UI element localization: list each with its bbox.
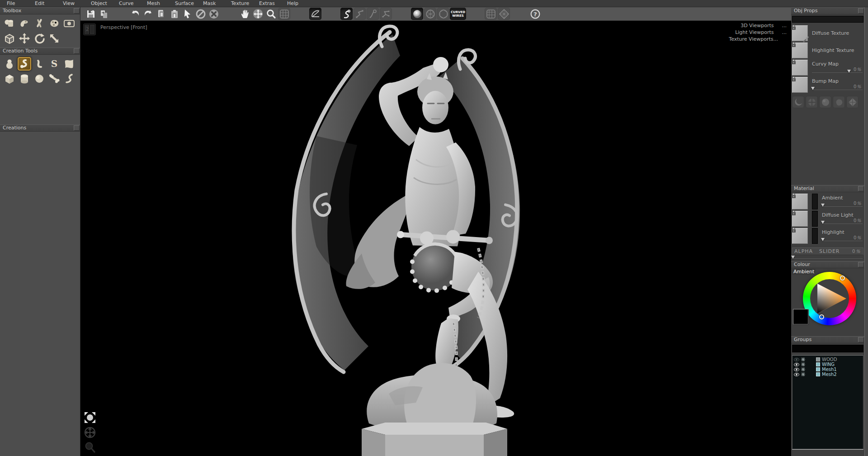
curve-tool-icon[interactable]	[18, 57, 31, 71]
help-button[interactable]: ?	[529, 8, 541, 20]
cylinder-tool-icon[interactable]	[18, 72, 31, 86]
slider-groove[interactable]	[822, 223, 863, 224]
visibility-eye-icon[interactable]	[794, 358, 799, 361]
menu-item[interactable]: Texture	[224, 0, 252, 7]
toolbox-collapse-button[interactable]	[74, 8, 80, 14]
object-name-field[interactable]	[792, 16, 863, 23]
slider-thumb[interactable]	[821, 221, 825, 224]
visibility-eye-icon[interactable]	[794, 363, 799, 366]
colour-collapse-button[interactable]	[858, 262, 864, 267]
redo-button[interactable]	[142, 8, 154, 20]
sphere-map-icon[interactable]	[819, 96, 831, 108]
paste-object-button[interactable]	[168, 8, 180, 20]
material-slider[interactable]: 0%	[822, 218, 863, 225]
pan-hand-button[interactable]	[239, 8, 251, 20]
modify-tools-icon[interactable]	[33, 17, 46, 30]
visibility-eye-icon[interactable]	[794, 368, 799, 371]
slider-groove[interactable]	[792, 258, 863, 259]
groups-collapse-button[interactable]	[858, 337, 864, 342]
fit-view-icon[interactable]	[84, 412, 96, 423]
sphere-tool-icon[interactable]	[33, 72, 46, 86]
rope-tool-icon[interactable]	[62, 72, 76, 86]
zoom-view-icon[interactable]	[84, 442, 96, 453]
freeze-star-icon[interactable]	[801, 362, 805, 366]
menu-item[interactable]: Edit	[28, 0, 56, 7]
hue-wheel[interactable]	[803, 272, 856, 325]
primitives-tool-icon[interactable]	[3, 17, 16, 30]
protractor-button[interactable]	[309, 8, 321, 20]
material-colour-swatch[interactable]	[812, 194, 818, 209]
picked-colour-swatch[interactable]	[793, 309, 808, 324]
texture-thumbnail[interactable]	[792, 60, 808, 76]
menu-item[interactable]: View	[56, 0, 84, 7]
group-row[interactable]: WOOD	[793, 357, 863, 362]
draw-curve-button[interactable]	[340, 8, 353, 20]
cube-tool-icon[interactable]	[3, 72, 16, 86]
material-collapse-button[interactable]	[858, 186, 864, 191]
curve-points-button[interactable]	[380, 8, 392, 20]
scale-tool-icon[interactable]	[47, 32, 61, 45]
group-row[interactable]: Mesh1	[793, 367, 863, 372]
material-slider[interactable]: 0%	[822, 201, 863, 208]
paint-palette-icon[interactable]	[47, 17, 61, 30]
render-view-icon[interactable]	[62, 17, 76, 30]
select-arrow-button[interactable]	[181, 8, 193, 20]
curved-wires-toggle[interactable]: CURVED WIRES	[450, 8, 466, 20]
snap-grid-button[interactable]	[278, 8, 290, 20]
right-panel-scrollbar[interactable]	[864, 7, 868, 456]
sheet-tool-icon[interactable]	[62, 57, 76, 71]
texture-slider[interactable]: 0%	[812, 67, 863, 74]
viewport-menu-item[interactable]: 3D Viewports ...	[741, 23, 787, 28]
wire-cube-tool-icon[interactable]	[3, 32, 16, 45]
material-thumbnail[interactable]	[792, 211, 808, 227]
sv-marker[interactable]	[819, 314, 824, 319]
group-colour-swatch[interactable]	[816, 362, 820, 366]
slider-groove[interactable]	[822, 240, 863, 241]
crescent-map-icon[interactable]	[792, 96, 804, 108]
rotate-tool-icon[interactable]	[33, 32, 46, 45]
zoom-magnifier-button[interactable]	[265, 8, 277, 20]
material-thumbnail[interactable]	[792, 194, 808, 209]
edit-curve-button[interactable]	[354, 8, 366, 20]
slider-groove[interactable]	[812, 72, 863, 73]
material-colour-swatch[interactable]	[812, 228, 818, 244]
freeze-star-icon[interactable]	[801, 357, 805, 361]
delete-button[interactable]	[208, 8, 220, 20]
groups-list[interactable]: WOOD WIN	[792, 355, 863, 449]
group-row[interactable]: Mesh2	[793, 372, 863, 377]
texture-thumbnail[interactable]	[792, 77, 808, 93]
attach-curve-button[interactable]	[367, 8, 379, 20]
slider-thumb[interactable]	[821, 238, 825, 241]
slider-thumb[interactable]	[791, 256, 795, 259]
material-slider[interactable]: 0%	[822, 236, 863, 242]
creations-collapse-button[interactable]	[74, 125, 80, 131]
move-view-button[interactable]	[252, 8, 264, 20]
blob-map-icon[interactable]	[833, 96, 845, 108]
creation-tools-collapse-button[interactable]	[74, 48, 80, 54]
copy-object-button[interactable]	[155, 8, 167, 20]
group-colour-swatch[interactable]	[816, 357, 820, 361]
menu-item[interactable]: Surface	[168, 0, 196, 7]
group-colour-swatch[interactable]	[816, 372, 820, 376]
freeze-star-icon[interactable]	[801, 372, 805, 376]
diamond-map-icon[interactable]	[846, 96, 859, 108]
lathe-blob-tool-icon[interactable]	[3, 57, 16, 71]
slider-thumb[interactable]	[811, 87, 815, 90]
hidden-wire-view-button[interactable]	[437, 8, 449, 20]
alpha-slider-bar[interactable]: ALPHA SLIDER 0%	[792, 247, 863, 255]
uv-unwrap-button[interactable]	[498, 8, 510, 20]
shaded-view-button[interactable]	[411, 8, 423, 20]
viewport-menu-item[interactable]: Light Viewports ...	[735, 29, 787, 35]
viewport-canvas[interactable]: 2 Perspective [Front] 3D Viewports ... L…	[80, 21, 791, 456]
menu-item[interactable]: Extras	[252, 0, 280, 7]
texture-thumbnail[interactable]	[792, 25, 808, 41]
slider-thumb[interactable]	[847, 70, 851, 73]
groups-filter-field[interactable]	[792, 345, 863, 352]
freeze-star-icon[interactable]	[801, 367, 805, 371]
s-shape-tool-icon[interactable]: S	[47, 57, 61, 71]
duplicate-button[interactable]	[98, 8, 110, 20]
hue-marker[interactable]	[840, 276, 845, 280]
sculpt-brush-tool-icon[interactable]	[18, 17, 31, 30]
menu-item[interactable]: Curve	[112, 0, 140, 7]
visibility-eye-icon[interactable]	[794, 373, 799, 376]
